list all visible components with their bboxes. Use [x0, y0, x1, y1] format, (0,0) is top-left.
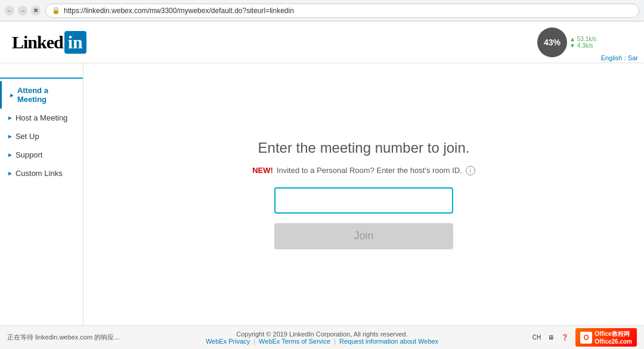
footer-link-info[interactable]: Request information about Webex — [339, 338, 438, 345]
center-content: Enter the meeting number to join. NEW! I… — [83, 63, 644, 325]
tray-icon: 🖥 — [546, 333, 556, 342]
info-icon[interactable]: i — [466, 166, 475, 175]
lock-icon: 🔒 — [52, 7, 60, 14]
browser-chrome: ← → ✖ 🔒 https://linkedin.webex.com/mw330… — [0, 0, 644, 21]
office-text: Office教程网 — [595, 330, 632, 338]
network-widget: 43% ▲ 53.1k/s ▼ 4.3k/s — [537, 27, 596, 57]
sidebar-item-attend[interactable]: ► Attend a Meeting — [0, 81, 83, 109]
page-body: Linked in 43% ▲ 53.1k/s ▼ 4.3k/s English… — [0, 21, 644, 349]
footer: 正在等待 linkedin.webex.com 的响应... Copyright… — [0, 325, 644, 349]
footer-link-privacy[interactable]: WebEx Privacy — [206, 338, 250, 345]
arrow-icon: ► — [7, 170, 13, 177]
meeting-number-input[interactable] — [274, 187, 453, 214]
footer-links: WebEx Privacy | WebEx Terms of Service |… — [206, 338, 438, 345]
language-selector[interactable]: English : Sar — [601, 54, 638, 61]
office-icon: O — [580, 332, 592, 344]
arrow-icon: ► — [9, 92, 15, 98]
tray-help[interactable]: ❓ — [559, 333, 571, 342]
personal-room-message: NEW! Invited to a Personal Room? Enter t… — [252, 166, 475, 175]
sidebar-item-custom-links[interactable]: ► Custom Links — [0, 164, 83, 183]
network-circle: 43% — [537, 27, 567, 57]
logo-text: Linked — [12, 32, 63, 52]
office-url: Office26.com — [595, 338, 632, 345]
sidebar-item-support[interactable]: ► Support — [0, 146, 83, 164]
refresh-button[interactable]: ✖ — [31, 6, 41, 16]
network-percentage: 43% — [544, 38, 561, 47]
system-tray: CH 🖥 ❓ — [530, 333, 571, 342]
header: Linked in 43% ▲ 53.1k/s ▼ 4.3k/s English… — [0, 21, 644, 63]
address-bar[interactable]: 🔒 https://linkedin.webex.com/mw3300/mywe… — [45, 4, 639, 18]
back-button[interactable]: ← — [5, 6, 14, 16]
footer-center: Copyright © 2019 LinkedIn Corporation, A… — [206, 331, 438, 345]
upload-stat: ▲ 53.1k/s — [569, 36, 596, 42]
download-stat: ▼ 4.3k/s — [569, 42, 596, 49]
office-badge: O Office教程网 Office26.com — [575, 328, 637, 347]
footer-link-tos[interactable]: WebEx Terms of Service — [259, 338, 330, 345]
browser-nav-buttons: ← → ✖ — [5, 6, 41, 16]
logo: Linked in — [12, 31, 86, 54]
arrow-icon: ► — [7, 115, 13, 121]
arrow-icon: ► — [7, 152, 13, 158]
tray-ch: CH — [530, 333, 543, 342]
sidebar-divider — [0, 78, 83, 79]
footer-status: 正在等待 linkedin.webex.com 的响应... — [7, 333, 119, 342]
footer-copyright: Copyright © 2019 LinkedIn Corporation, A… — [236, 331, 408, 338]
new-badge: NEW! — [252, 166, 273, 175]
sidebar-item-host[interactable]: ► Host a Meeting — [0, 109, 83, 127]
arrow-icon: ► — [7, 133, 13, 140]
url-text: https://linkedin.webex.com/mw3300/mywebe… — [64, 7, 294, 15]
join-button[interactable]: Join — [274, 223, 453, 249]
footer-right: CH 🖥 ❓ O Office教程网 Office26.com — [530, 328, 637, 347]
sidebar: ► Attend a Meeting ► Host a Meeting ► Se… — [0, 63, 83, 325]
office-info: Office教程网 Office26.com — [595, 330, 632, 345]
forward-button[interactable]: → — [18, 6, 27, 16]
meeting-title: Enter the meeting number to join. — [258, 140, 470, 156]
network-stats: ▲ 53.1k/s ▼ 4.3k/s — [569, 36, 596, 49]
main-content: ► Attend a Meeting ► Host a Meeting ► Se… — [0, 63, 644, 325]
sidebar-item-setup[interactable]: ► Set Up — [0, 127, 83, 146]
logo-in-box: in — [64, 31, 86, 54]
